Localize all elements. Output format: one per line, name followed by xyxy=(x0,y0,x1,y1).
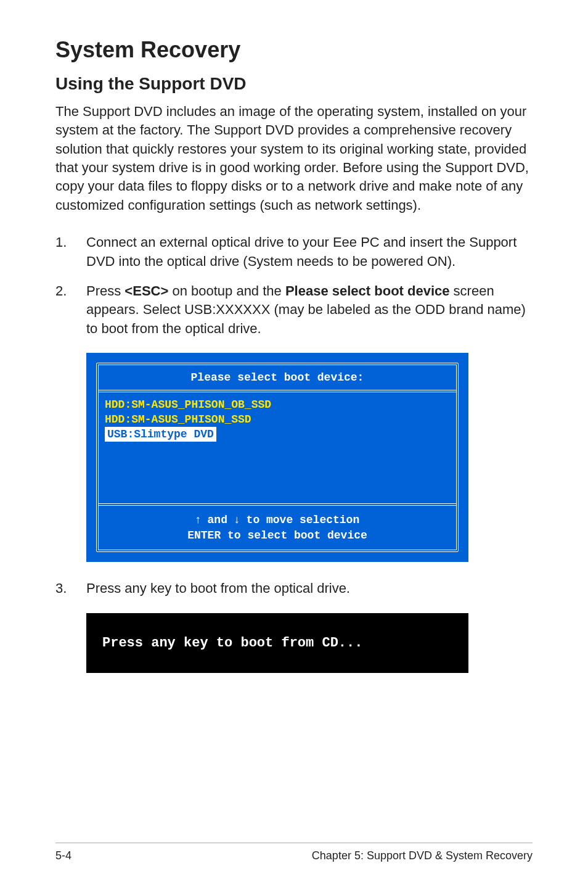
boot-footer: ↑ and ↓ to move selection ENTER to selec… xyxy=(99,503,456,550)
boot-device-item[interactable]: HDD:SM-ASUS_PHISON_OB_SSD xyxy=(105,397,450,412)
chapter-label: Chapter 5: Support DVD & System Recovery xyxy=(312,849,533,862)
press-key-panel-wrap: Press any key to boot from CD... xyxy=(86,613,533,673)
page-footer: 5-4 Chapter 5: Support DVD & System Reco… xyxy=(55,843,533,862)
boot-frame: Please select boot device: HDD:SM-ASUS_P… xyxy=(96,363,459,552)
list-item: 3. Press any key to boot from the optica… xyxy=(55,579,533,598)
press-key-panel: Press any key to boot from CD... xyxy=(86,613,468,673)
text: to move selection xyxy=(240,514,359,526)
list-body: Connect an external optical drive to you… xyxy=(86,233,533,271)
boot-device-item[interactable]: HDD:SM-ASUS_PHISON_SSD xyxy=(105,412,450,427)
page-number: 5-4 xyxy=(55,849,71,862)
arrow-down-icon: ↓ xyxy=(234,513,240,526)
text: on bootup and the xyxy=(168,283,285,299)
list-number: 3. xyxy=(55,579,86,598)
list-body: Press any key to boot from the optical d… xyxy=(86,579,533,598)
boot-body: HDD:SM-ASUS_PHISON_OB_SSD HDD:SM-ASUS_PH… xyxy=(99,392,456,503)
steps-list: 1. Connect an external optical drive to … xyxy=(55,233,533,338)
arrow-up-icon: ↑ xyxy=(195,513,201,526)
section-heading: Using the Support DVD xyxy=(55,74,533,94)
list-item: 2. Press <ESC> on bootup and the Please … xyxy=(55,282,533,338)
intro-paragraph: The Support DVD includes an image of the… xyxy=(55,102,533,215)
boot-panel-bg: Please select boot device: HDD:SM-ASUS_P… xyxy=(86,353,468,562)
boot-device-item-selected[interactable]: USB:Slimtype DVD xyxy=(105,427,216,442)
esc-key: <ESC> xyxy=(125,283,168,299)
list-number: 2. xyxy=(55,282,86,338)
list-item: 1. Connect an external optical drive to … xyxy=(55,233,533,271)
page-title: System Recovery xyxy=(55,37,533,63)
text: Press xyxy=(86,283,125,299)
steps-list-cont: 3. Press any key to boot from the optica… xyxy=(55,579,533,598)
text: and xyxy=(201,514,234,526)
list-body: Press <ESC> on bootup and the Please sel… xyxy=(86,282,533,338)
list-number: 1. xyxy=(55,233,86,271)
boot-header: Please select boot device: xyxy=(99,365,456,392)
boot-device-panel: Please select boot device: HDD:SM-ASUS_P… xyxy=(86,353,533,562)
bold-text: Please select boot device xyxy=(285,283,450,299)
boot-footer-line2: ENTER to select boot device xyxy=(104,528,451,543)
